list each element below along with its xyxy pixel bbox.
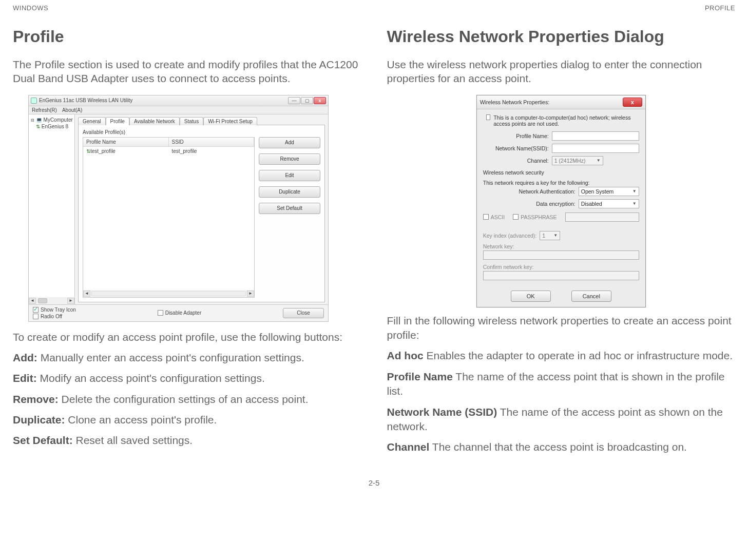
tab-general[interactable]: General [78,117,106,125]
key-index-label: Key index (advanced): [483,233,536,239]
available-profiles-label: Available Profile(s) [83,129,320,135]
dialog-titlebar: Wireless Network Properties: x [477,95,645,109]
device-tree: ⊟ 💻 MyComputer ⇅ EnGenius 8 ◄ ► [29,114,75,304]
checkbox-icon [33,314,39,319]
adhoc-checkbox[interactable] [486,114,490,120]
scroll-thumb[interactable] [38,298,47,303]
channel-label: Channel: [483,158,549,164]
left-column: Profile The Profile section is used to c… [13,27,361,461]
tab-available-network[interactable]: Available Network [129,117,180,125]
ascii-checkbox[interactable]: ASCII [483,214,505,220]
duplicate-button[interactable]: Duplicate [259,186,320,198]
properties-dialog: Wireless Network Properties: x This is a… [476,95,646,307]
ssid-label: Network Name(SSID): [483,145,549,151]
scroll-left-icon[interactable]: ◄ [29,298,36,304]
checkbox-icon [158,310,163,316]
security-header: Wireless network security [483,169,639,176]
remove-button[interactable]: Remove [259,153,320,165]
close-window-button[interactable]: x [314,97,326,104]
tree-scrollbar[interactable]: ◄ ► [29,297,74,304]
show-tray-checkbox[interactable]: Show Tray Icon [33,307,76,313]
tab-strip: General Profile Available Network Status… [78,117,325,125]
chevron-down-icon: ▼ [632,201,637,206]
tab-status[interactable]: Status [180,117,203,125]
confirm-key-label: Confirm network key: [483,264,639,270]
encryption-label: Data encryption: [483,201,576,207]
ssid-input[interactable] [552,144,639,153]
adhoc-label: This is a computer-to-computer(ad hoc) n… [493,114,639,127]
window-titlebar: EnGenius 11ac USB Wireless LAN Utility —… [29,95,328,106]
page-number: 2-5 [13,478,735,487]
item-channel: Channel The channel that the access poin… [387,440,736,454]
item-edit: Edit: Modify an access point's configura… [13,371,361,385]
list-row[interactable]: ⇅test_profile test_profile [83,147,254,156]
chevron-down-icon: ▼ [553,233,558,238]
chevron-down-icon: ▼ [632,189,637,194]
col-header-profile-name: Profile Name [83,138,169,146]
channel-select: 1 (2412MHz)▼ [552,156,603,165]
ok-button[interactable]: OK [511,291,551,302]
page-header: WINDOWS PROFILE [13,4,735,12]
profile-list[interactable]: Profile Name SSID ⇅test_profile test_pro… [83,137,255,298]
auth-select[interactable]: Open System▼ [579,187,639,196]
disable-adapter-checkbox[interactable]: Disable Adapter [158,310,202,316]
list-header: Profile Name SSID [83,138,254,147]
scroll-right-icon[interactable]: ► [67,298,74,304]
checkbox-icon [33,307,39,313]
utility-window-figure: EnGenius 11ac USB Wireless LAN Utility —… [28,95,329,322]
tree-root[interactable]: ⊟ 💻 MyComputer [30,117,73,123]
tree-child[interactable]: ⇅ EnGenius 8 [30,123,73,130]
scroll-left-icon[interactable]: ◄ [83,291,90,297]
security-subheader: This network requires a key for the foll… [483,180,639,186]
profile-tab-page: Available Profile(s) Profile Name SSID ⇅… [78,125,325,302]
checkbox-icon [483,214,489,220]
item-network-name: Network Name (SSID) The name of the acce… [387,405,736,434]
dialog-intro: Use the wireless network properties dial… [387,57,736,86]
profile-name-label: Profile Name: [483,133,549,139]
dialog-title: Wireless Network Properties: [480,99,549,105]
tab-wifi-protect-setup[interactable]: Wi-Fi Protect Setup [203,117,257,125]
set-default-button[interactable]: Set Default [259,203,320,214]
edit-button[interactable]: Edit [259,170,320,181]
cancel-button[interactable]: Cancel [571,291,611,302]
window-footer: Show Tray Icon Radio Off Disable Adapter… [29,304,328,321]
item-profile-name: Profile Name The name of the access poin… [387,370,736,399]
add-button[interactable]: Add [259,137,320,148]
menubar: Refresh(R) About(A) [29,106,328,114]
window-title: EnGenius 11ac USB Wireless LAN Utility [39,98,132,103]
close-button[interactable]: Close [283,308,324,318]
item-add: Add: Manually enter an access point's co… [13,351,361,365]
item-adhoc: Ad hoc Enables the adapter to operate in… [387,349,736,363]
list-scrollbar[interactable]: ◄ ► [83,290,254,297]
passphrase-input [565,213,639,222]
tab-profile[interactable]: Profile [106,117,129,125]
item-remove: Remove: Delete the configuration setting… [13,392,361,407]
encryption-select[interactable]: Disabled▼ [579,199,639,208]
profile-buttons-intro: To create or modify an access point prof… [13,330,361,344]
row-ssid: test_profile [169,147,255,156]
auth-label: Network Authentication: [483,188,576,195]
utility-window: EnGenius 11ac USB Wireless LAN Utility —… [28,95,329,322]
right-column: Wireless Network Properties Dialog Use t… [387,27,736,461]
profile-name-input[interactable] [552,131,639,141]
checkbox-icon [513,214,519,220]
dialog-close-button[interactable]: x [623,98,642,107]
profile-heading: Profile [13,27,361,46]
maximize-button[interactable]: ▢ [301,97,313,104]
passphrase-checkbox[interactable]: PASSPHRASE [513,214,557,220]
menu-about[interactable]: About(A) [62,107,82,113]
minimize-button[interactable]: — [288,97,300,104]
header-left: WINDOWS [13,4,48,12]
app-icon [31,98,37,104]
scroll-right-icon[interactable]: ► [247,291,254,297]
key-index-select: 1▼ [540,231,560,240]
item-duplicate: Duplicate: Clone an access point's profi… [13,413,361,427]
chevron-down-icon: ▼ [597,158,601,163]
radio-off-checkbox[interactable]: Radio Off [33,314,76,319]
profile-intro: The Profile section is used to create an… [13,57,361,86]
col-header-ssid: SSID [169,138,255,146]
menu-refresh[interactable]: Refresh(R) [32,107,57,113]
header-right: PROFILE [705,4,735,12]
item-set-default: Set Default: Reset all saved settings. [13,433,361,448]
scroll-track[interactable] [91,291,246,296]
